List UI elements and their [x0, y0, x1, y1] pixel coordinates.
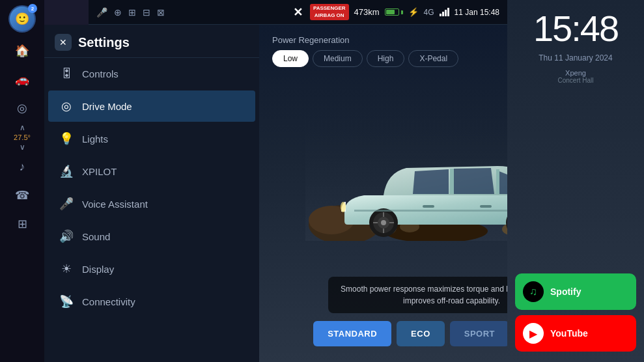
- status-bar: 🎤 ⊕ ⊞ ⊟ ⊠ ✕ PASSENGER AIRBAG ON 473km ⚡ …: [89, 0, 507, 25]
- battery-icon: [385, 8, 403, 16]
- drive-mode-icon: ◎: [59, 99, 74, 113]
- circle-menu-icon[interactable]: ◎: [9, 95, 35, 121]
- clock-display: 15:48: [533, 10, 618, 47]
- settings-title: Settings: [78, 35, 130, 50]
- connectivity-label: Connectivity: [82, 296, 135, 307]
- brand-logo: ✕: [293, 5, 303, 20]
- car-settings-icon[interactable]: 🚗: [9, 66, 35, 92]
- signal-bars: [440, 8, 449, 16]
- home-icon[interactable]: 🏠: [9, 38, 35, 64]
- network-display: 4G: [424, 8, 434, 17]
- menu-item-display[interactable]: ☀ Display: [48, 253, 255, 285]
- venue-name: Xpeng: [557, 69, 593, 77]
- settings-header: ✕ Settings: [44, 25, 259, 58]
- media-status-icon[interactable]: ⊟: [143, 7, 150, 18]
- lights-label: Lights: [82, 133, 108, 145]
- menu-item-voice[interactable]: 🎤 Voice Assistant: [48, 188, 255, 219]
- svg-rect-30: [423, 205, 434, 208]
- temperature-control: ∧ 27.5° ∨: [14, 124, 31, 151]
- close-button[interactable]: ✕: [55, 34, 72, 51]
- phone-icon[interactable]: ☎: [9, 182, 35, 208]
- regen-medium-button[interactable]: Medium: [313, 50, 363, 67]
- regen-high-button[interactable]: High: [367, 50, 405, 67]
- venue-sublabel: Concert Hall: [557, 77, 593, 84]
- connectivity-icon: 📡: [59, 294, 74, 309]
- spotify-icon: ♫: [523, 281, 544, 302]
- standard-mode-button[interactable]: STANDARD: [313, 321, 391, 346]
- lights-icon: 💡: [59, 132, 74, 146]
- regen-low-button[interactable]: Low: [272, 50, 309, 67]
- notification-badge: 2: [28, 4, 37, 13]
- carplay-status-icon[interactable]: ⊞: [128, 7, 136, 18]
- voice-label: Voice Assistant: [82, 199, 148, 210]
- menu-item-xpilot[interactable]: 🔬 XPILOT: [48, 156, 255, 187]
- svg-rect-9: [450, 169, 454, 194]
- sound-icon: 🔊: [59, 229, 74, 244]
- mic-status-icon[interactable]: 🎤: [96, 7, 107, 18]
- app-cards: ♫ Spotify ▶ YouTube: [515, 273, 636, 352]
- youtube-icon: ▶: [523, 323, 544, 344]
- range-display: 473km: [354, 7, 380, 17]
- display-icon: ☀: [59, 262, 74, 276]
- youtube-label: YouTube: [550, 328, 588, 339]
- status-icons: 🎤 ⊕ ⊞ ⊟ ⊠: [96, 7, 305, 18]
- sound-label: Sound: [82, 231, 110, 242]
- avatar[interactable]: 🙂 2: [8, 5, 36, 33]
- status-right: PASSENGER AIRBAG ON 473km ⚡ 4G 11 Jan 15…: [310, 4, 499, 20]
- bluetooth-icon: ⚡: [408, 7, 419, 17]
- sport-mode-button[interactable]: SPORT: [450, 321, 509, 346]
- temperature-display: 27.5°: [14, 133, 31, 141]
- svg-rect-31: [480, 205, 492, 208]
- menu-item-connectivity[interactable]: 📡 Connectivity: [48, 286, 255, 317]
- regen-xpedal-button[interactable]: X-Pedal: [408, 50, 458, 67]
- venue-info: Xpeng Concert Hall: [557, 69, 593, 84]
- temp-up-arrow[interactable]: ∧: [20, 124, 25, 132]
- eco-mode-button[interactable]: ECO: [397, 321, 445, 346]
- link-status-icon[interactable]: ⊕: [114, 7, 122, 18]
- svg-rect-10: [496, 169, 499, 194]
- spotify-card[interactable]: ♫ Spotify: [515, 273, 636, 310]
- xpilot-label: XPILOT: [82, 166, 117, 177]
- date-display: Thu 11 January 2024: [539, 53, 612, 63]
- voice-icon: 🎤: [59, 197, 74, 211]
- airbag-badge: PASSENGER AIRBAG ON: [310, 4, 349, 20]
- music-icon[interactable]: ♪: [9, 154, 35, 180]
- menu-item-lights[interactable]: 💡 Lights: [48, 123, 255, 154]
- grid-status-icon[interactable]: ⊠: [157, 7, 165, 18]
- date-time-display: 11 Jan 15:48: [455, 8, 499, 17]
- spotify-label: Spotify: [550, 286, 581, 297]
- apps-grid-icon[interactable]: ⊞: [9, 211, 35, 237]
- left-sidebar: 🙂 2 🏠 🚗 ◎ ∧ 27.5° ∨ ♪ ☎ ⊞: [0, 0, 44, 362]
- controls-label: Controls: [82, 68, 119, 79]
- menu-item-controls[interactable]: 🎛 Controls: [48, 59, 255, 89]
- menu-item-drive-mode[interactable]: ◎ Drive Mode: [48, 90, 255, 122]
- display-label: Display: [82, 264, 114, 275]
- xpilot-icon: 🔬: [59, 164, 74, 178]
- svg-point-17: [381, 220, 386, 225]
- youtube-card[interactable]: ▶ YouTube: [515, 315, 636, 352]
- settings-panel: ✕ Settings 🎛 Controls ◎ Drive Mode 💡 Lig…: [44, 25, 259, 362]
- temp-down-arrow[interactable]: ∨: [20, 143, 25, 151]
- drive-mode-label: Drive Mode: [82, 101, 132, 112]
- controls-icon: 🎛: [59, 67, 74, 81]
- svg-point-11: [341, 202, 346, 212]
- menu-item-sound[interactable]: 🔊 Sound: [48, 221, 255, 252]
- right-panel: 15:48 Thu 11 January 2024 Xpeng Concert …: [507, 0, 644, 362]
